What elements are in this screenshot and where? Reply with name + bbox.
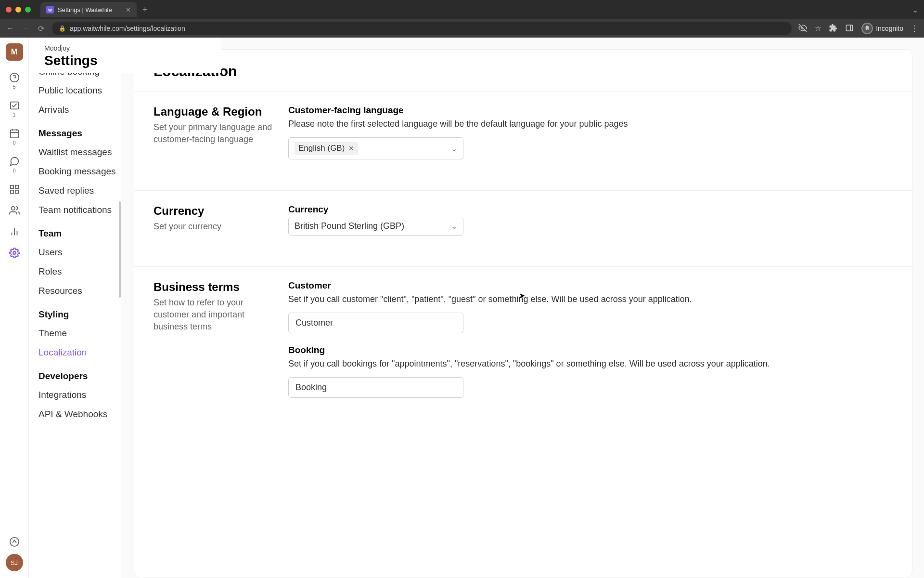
sidebar-group-developers: Developers [38,362,121,385]
currency-select[interactable]: British Pound Sterling (GBP) ⌄ [288,217,463,236]
language-section-desc: Set your primary language and customer-f… [154,121,279,145]
sidebar-item-resources[interactable]: Resources [38,281,121,301]
svg-rect-13 [10,190,13,193]
remove-chip-icon[interactable]: ✕ [348,144,354,152]
customer-term-desc: Set if you call customer "client", "pati… [288,293,893,306]
panel-icon[interactable] [845,24,854,34]
window-maximize[interactable] [25,7,31,13]
menu-icon[interactable]: ⋮ [911,24,918,33]
workspace-logo[interactable]: M [6,43,23,61]
language-chip: English (GB) ✕ [295,142,358,155]
incognito-badge[interactable]: Incognito [861,23,903,34]
close-tab-icon[interactable]: ✕ [126,6,131,13]
sidebar-item-saved-replies[interactable]: Saved replies [38,181,121,200]
eye-off-icon[interactable] [798,24,807,34]
page-header: Moodjoy Settings [29,38,221,73]
sidebar-scrollbar-thumb[interactable] [119,201,121,298]
tab-title: Settings | Waitwhile [58,6,112,13]
section-language: Language & Region Set your primary langu… [134,91,912,190]
browser-chrome: w Settings | Waitwhile ✕ + ⌄ ← → ⟳ 🔒 app… [0,0,924,38]
booking-term-input[interactable] [288,377,463,398]
customer-language-label: Customer-facing language [288,105,893,116]
sidebar-item-localization[interactable]: Localization [38,343,121,362]
svg-point-19 [10,538,18,546]
star-icon[interactable]: ☆ [815,24,821,33]
rail-apps[interactable] [5,180,24,198]
sidebar-item-theme[interactable]: Theme [38,324,121,343]
language-section-title: Language & Region [154,105,279,118]
app: M 5 1 0 0 SJ [0,38,924,578]
rail-inbox[interactable]: 1 [5,96,24,121]
sidebar-group-team: Team [38,220,121,243]
currency-field-label: Currency [288,204,893,215]
sidebar-scrollbar[interactable] [119,66,121,578]
localization-card: Localization Language & Region Set your … [134,49,912,578]
settings-sidebar: Online booking Public locations Arrivals… [29,38,121,578]
back-button[interactable]: ← [6,24,14,33]
sidebar-item-waitlist-messages[interactable]: Waitlist messages [38,143,121,162]
forward-button[interactable]: → [21,24,30,33]
lock-icon: 🔒 [59,25,66,32]
svg-rect-12 [15,190,18,193]
section-business-terms: Business terms Set how to refer to your … [134,266,912,429]
main-content: Localization Language & Region Set your … [121,38,924,578]
rail-help-badge: 5 [13,84,15,90]
extensions-icon[interactable] [829,24,837,34]
user-avatar[interactable]: SJ [6,554,23,571]
icon-rail: M 5 1 0 0 SJ [0,38,29,578]
page-title: Settings [29,53,221,68]
currency-select-value: British Pound Sterling (GBP) [295,221,404,231]
customer-language-desc: Please note the first selected language … [288,118,893,131]
incognito-icon [861,23,873,34]
sidebar-item-team-notifications[interactable]: Team notifications [38,200,121,220]
sidebar-nav: Online booking Public locations Arrivals… [29,66,121,434]
incognito-label: Incognito [876,25,903,32]
page-heading: Localization [154,63,893,79]
language-multiselect[interactable]: English (GB) ✕ ⌄ [288,137,463,159]
url-bar: ← → ⟳ 🔒 app.waitwhile.com/settings/local… [0,19,924,38]
rail-calendar[interactable]: 0 [5,124,24,149]
breadcrumb[interactable]: Moodjoy [29,44,221,52]
terms-section-title: Business terms [154,280,279,294]
sidebar-item-users[interactable]: Users [38,243,121,262]
sidebar-item-api-webhooks[interactable]: API & Webhooks [38,405,121,424]
sidebar-item-roles[interactable]: Roles [38,262,121,281]
rail-inbox-badge: 1 [13,112,15,118]
sidebar-item-arrivals[interactable]: Arrivals [38,100,121,119]
sidebar-group-styling: Styling [38,301,121,324]
browser-toolbar: ☆ Incognito ⋮ [798,23,918,34]
browser-tab[interactable]: w Settings | Waitwhile ✕ [40,2,137,17]
rail-settings[interactable] [5,244,24,262]
window-minimize[interactable] [15,7,21,13]
sidebar-item-public-locations[interactable]: Public locations [38,81,121,100]
reload-button[interactable]: ⟳ [37,24,45,33]
svg-point-14 [11,207,14,210]
rail-calendar-badge: 0 [13,140,15,145]
svg-rect-10 [10,185,13,188]
tabs-dropdown-icon[interactable]: ⌄ [912,5,918,14]
address-bar[interactable]: 🔒 app.waitwhile.com/settings/localizatio… [52,22,792,35]
rail-analytics[interactable] [5,223,24,241]
new-tab-button[interactable]: + [142,5,148,15]
window-close[interactable] [6,7,12,13]
customer-term-label: Customer [288,280,893,291]
rail-chat[interactable]: 0 [5,152,24,177]
svg-rect-1 [846,25,853,31]
sidebar-group-messages: Messages [38,119,121,143]
customer-term-input[interactable] [288,313,463,333]
rail-activity[interactable] [5,533,24,551]
svg-rect-11 [15,185,18,188]
url-text: app.waitwhile.com/settings/localization [70,25,785,32]
rail-help[interactable]: 5 [5,68,24,93]
chevron-down-icon: ⌄ [451,144,457,153]
booking-term-label: Booking [288,345,893,355]
rail-chat-badge: 0 [13,168,15,173]
language-chip-label: English (GB) [298,144,345,153]
sidebar-item-booking-messages[interactable]: Booking messages [38,162,121,181]
sidebar-item-integrations[interactable]: Integrations [38,385,121,405]
chevron-down-icon: ⌄ [451,222,457,231]
window-controls [6,7,31,13]
booking-term-desc: Set if you call bookings for "appointmen… [288,357,893,370]
tab-bar: w Settings | Waitwhile ✕ + ⌄ [0,0,924,19]
rail-users[interactable] [5,201,24,220]
